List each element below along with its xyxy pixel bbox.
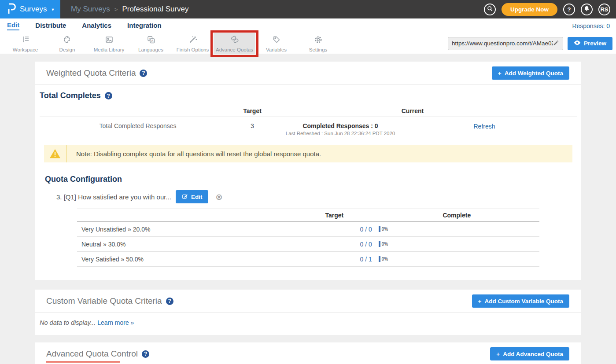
- toolbar-item-finish-options[interactable]: Finish Options: [172, 33, 214, 54]
- user-avatar[interactable]: RS: [598, 4, 610, 15]
- toolbar-label: Settings: [309, 47, 328, 52]
- upgrade-now-button[interactable]: Upgrade Now: [502, 3, 557, 16]
- progress-bar: [379, 241, 380, 247]
- preview-button[interactable]: Preview: [568, 37, 612, 50]
- breadcrumb-my-surveys[interactable]: My Surveys: [71, 5, 110, 14]
- total-completed-responses-label: Total Completed Responses: [40, 122, 236, 129]
- quota-percent: 0%: [382, 257, 388, 261]
- toolbar-item-settings[interactable]: Settings: [297, 33, 339, 54]
- plus-icon: +: [498, 70, 502, 77]
- red-underline-annotation: [46, 361, 120, 363]
- add-weighted-quota-button[interactable]: + Add Weighted Quota: [492, 66, 569, 80]
- quota-percent: 0%: [382, 242, 388, 246]
- preview-label: Preview: [584, 40, 606, 47]
- quota-label: Very Unsatisfied » 20.0%: [77, 226, 297, 233]
- tab-distribute[interactable]: Distribute: [35, 22, 66, 30]
- quota-target-value: 0 / 1: [360, 256, 372, 263]
- quota-row-very-unsatisfied: Very Unsatisfied » 20.0% 0 / 0 0%: [77, 222, 539, 237]
- edit-url-pencil-icon[interactable]: [553, 40, 559, 48]
- toolbar-label: Design: [59, 47, 75, 52]
- quota-row-neutral: Neutral » 30.0% 0 / 0 0%: [77, 237, 539, 252]
- tab-edit[interactable]: Edit: [7, 21, 19, 30]
- quota-label: Neutral » 30.0%: [77, 241, 297, 248]
- custom-variable-quota-header: Custom Variable Quota Criteria ? + Add C…: [35, 290, 581, 313]
- toolbar-item-languages[interactable]: x A Languages: [130, 33, 172, 54]
- progress-bar: [379, 226, 380, 232]
- survey-url-area: https://www.questionpro.com/t/AMae0Zgn P…: [448, 33, 616, 54]
- column-target: Target: [297, 212, 372, 219]
- tab-analytics[interactable]: Analytics: [82, 22, 111, 30]
- add-custom-variable-quota-button[interactable]: + Add Custom Variable Quota: [472, 294, 569, 308]
- total-completes-section: Total Completes ? Target Current Total C…: [35, 85, 581, 280]
- empty-state-row: No data to display... Learn more »: [35, 313, 581, 335]
- total-completes-help-icon[interactable]: ?: [105, 92, 112, 99]
- learn-more-link[interactable]: Learn more »: [97, 319, 134, 326]
- workspace-icon: [21, 35, 30, 46]
- search-button[interactable]: [484, 4, 496, 15]
- toolbar-label: Media Library: [94, 47, 125, 52]
- plus-icon: +: [478, 298, 482, 305]
- quota-row-very-satisfied: Very Satisfied » 50.0% 0 / 1 0%: [77, 252, 539, 267]
- question-label: 3. [Q1] How satisfied are you with our..…: [56, 193, 171, 201]
- advanced-quota-help-icon[interactable]: ?: [142, 350, 149, 358]
- top-bar: Surveys ▼ My Surveys > Professional Surv…: [0, 0, 616, 18]
- variables-icon: [272, 35, 281, 46]
- quota-configuration-table: Target Complete Very Unsatisfied » 20.0%…: [77, 209, 539, 280]
- weighted-quota-title: Weighted Quota Criteria: [46, 68, 136, 78]
- quota-percent: 0%: [382, 227, 388, 232]
- column-target: Target: [236, 107, 269, 114]
- page-content: Weighted Quota Criteria ? + Add Weighted…: [0, 54, 616, 364]
- eye-icon: [574, 40, 581, 47]
- notifications-button[interactable]: [581, 4, 593, 15]
- survey-url-text: https://www.questionpro.com/t/AMae0Zgn: [452, 40, 553, 47]
- advance-quotas-icon: [230, 35, 240, 46]
- toolbar-item-workspace[interactable]: Workspace: [4, 33, 46, 54]
- edit-quota-button[interactable]: Edit: [176, 190, 209, 203]
- column-complete: Complete: [405, 212, 539, 219]
- design-icon: [63, 35, 72, 46]
- svg-text:A: A: [151, 39, 153, 43]
- breadcrumb-current: Professional Survey: [122, 5, 188, 14]
- question-mark-icon: ?: [568, 6, 571, 13]
- custom-variable-quota-title: Custom Variable Quota Criteria: [46, 296, 162, 306]
- surveys-menu[interactable]: Surveys ▼: [0, 0, 60, 18]
- remove-quota-icon[interactable]: ⊗: [215, 193, 222, 201]
- toolbar-item-variables[interactable]: Variables: [255, 33, 297, 54]
- custom-variable-quota-help-icon[interactable]: ?: [166, 298, 173, 305]
- edit-toolbar: Workspace Design Media Library: [0, 33, 616, 54]
- plus-icon: +: [496, 351, 500, 357]
- toolbar-label: Variables: [266, 47, 287, 52]
- total-completes-title: Total Completes: [40, 91, 101, 100]
- bell-icon: [583, 5, 590, 13]
- help-button[interactable]: ?: [563, 4, 575, 15]
- advanced-quota-header: Advanced Quota Control ? + Add Advanced …: [35, 342, 581, 364]
- toolbar-label: Workspace: [13, 47, 38, 52]
- edit-pencil-icon: [182, 193, 188, 201]
- weighted-quota-help-icon[interactable]: ?: [140, 70, 147, 77]
- quota-question-row: 3. [Q1] How satisfied are you with our..…: [56, 190, 577, 203]
- chevron-down-icon: ▼: [51, 7, 55, 12]
- toolbar-item-advance-quotas[interactable]: Advance Quotas: [214, 33, 255, 54]
- weighted-quota-header: Weighted Quota Criteria ? + Add Weighted…: [35, 62, 581, 85]
- add-advanced-quota-button[interactable]: + Add Advanced Quota: [490, 347, 569, 360]
- toolbar-item-media-library[interactable]: Media Library: [88, 33, 130, 54]
- topbar-actions: Upgrade Now ? RS: [484, 0, 616, 18]
- weighted-quota-card: Weighted Quota Criteria ? + Add Weighted…: [35, 62, 581, 280]
- languages-icon: x A: [146, 35, 156, 46]
- survey-url-field[interactable]: https://www.questionpro.com/t/AMae0Zgn: [448, 37, 563, 50]
- responses-count[interactable]: Responses: 0: [572, 22, 610, 29]
- toolbar-label: Finish Options: [177, 47, 209, 52]
- no-data-text: No data to display...: [40, 319, 96, 326]
- refresh-link[interactable]: Refresh: [473, 123, 495, 130]
- toolbar-label: Advance Quotas: [216, 47, 253, 52]
- target-value: 3: [236, 122, 269, 129]
- tab-integration[interactable]: Integration: [127, 22, 162, 30]
- toolbar-item-design[interactable]: Design: [46, 33, 88, 54]
- column-current: Current: [269, 107, 557, 114]
- progress-bar: [379, 256, 380, 262]
- note-text: Note: Disabling complex quota for all qu…: [66, 145, 321, 162]
- survey-nav: Edit Distribute Analytics Integration Re…: [0, 18, 616, 33]
- settings-icon: [314, 35, 323, 46]
- brand-label: Surveys: [20, 5, 47, 14]
- advanced-quota-card: Advanced Quota Control ? + Add Advanced …: [35, 342, 581, 364]
